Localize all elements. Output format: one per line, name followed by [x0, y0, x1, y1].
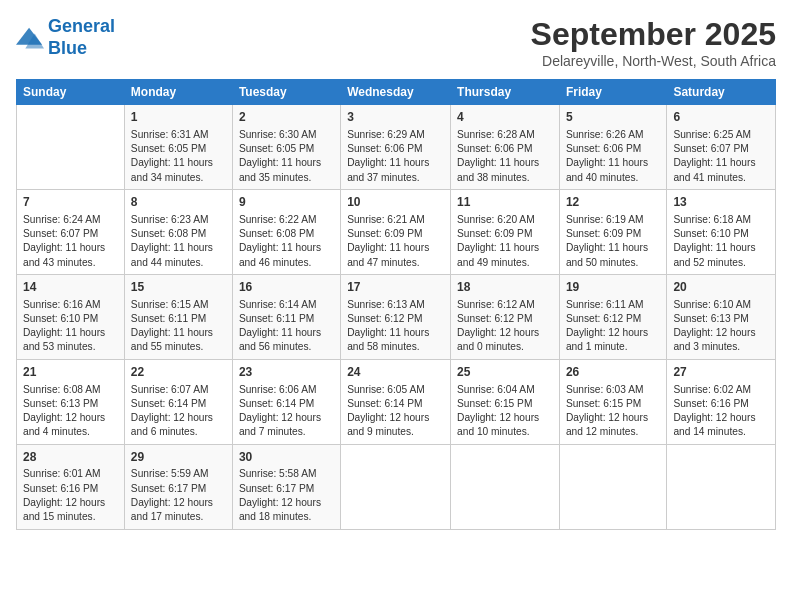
day-info: Sunrise: 6:16 AMSunset: 6:10 PMDaylight:… [23, 298, 118, 355]
day-info: Sunrise: 6:04 AMSunset: 6:15 PMDaylight:… [457, 383, 553, 440]
calendar-cell [667, 444, 776, 529]
column-header-wednesday: Wednesday [341, 80, 451, 105]
calendar-cell: 26Sunrise: 6:03 AMSunset: 6:15 PMDayligh… [559, 359, 667, 444]
week-row-4: 21Sunrise: 6:08 AMSunset: 6:13 PMDayligh… [17, 359, 776, 444]
day-info: Sunrise: 6:15 AMSunset: 6:11 PMDaylight:… [131, 298, 226, 355]
calendar-cell: 28Sunrise: 6:01 AMSunset: 6:16 PMDayligh… [17, 444, 125, 529]
day-info: Sunrise: 6:24 AMSunset: 6:07 PMDaylight:… [23, 213, 118, 270]
day-number: 9 [239, 194, 334, 211]
page-header: General Blue September 2025 Delareyville… [16, 16, 776, 69]
month-title: September 2025 [531, 16, 776, 53]
day-info: Sunrise: 6:03 AMSunset: 6:15 PMDaylight:… [566, 383, 661, 440]
day-number: 25 [457, 364, 553, 381]
day-number: 26 [566, 364, 661, 381]
calendar-cell: 23Sunrise: 6:06 AMSunset: 6:14 PMDayligh… [232, 359, 340, 444]
day-info: Sunrise: 6:22 AMSunset: 6:08 PMDaylight:… [239, 213, 334, 270]
calendar-cell: 8Sunrise: 6:23 AMSunset: 6:08 PMDaylight… [124, 189, 232, 274]
day-info: Sunrise: 6:25 AMSunset: 6:07 PMDaylight:… [673, 128, 769, 185]
day-number: 19 [566, 279, 661, 296]
day-number: 10 [347, 194, 444, 211]
calendar-cell: 11Sunrise: 6:20 AMSunset: 6:09 PMDayligh… [451, 189, 560, 274]
calendar-cell: 14Sunrise: 6:16 AMSunset: 6:10 PMDayligh… [17, 274, 125, 359]
day-number: 2 [239, 109, 334, 126]
calendar-cell: 20Sunrise: 6:10 AMSunset: 6:13 PMDayligh… [667, 274, 776, 359]
day-info: Sunrise: 6:23 AMSunset: 6:08 PMDaylight:… [131, 213, 226, 270]
day-info: Sunrise: 6:02 AMSunset: 6:16 PMDaylight:… [673, 383, 769, 440]
calendar-cell: 3Sunrise: 6:29 AMSunset: 6:06 PMDaylight… [341, 105, 451, 190]
calendar-cell: 17Sunrise: 6:13 AMSunset: 6:12 PMDayligh… [341, 274, 451, 359]
day-info: Sunrise: 6:29 AMSunset: 6:06 PMDaylight:… [347, 128, 444, 185]
day-info: Sunrise: 6:18 AMSunset: 6:10 PMDaylight:… [673, 213, 769, 270]
day-number: 18 [457, 279, 553, 296]
day-number: 30 [239, 449, 334, 466]
column-header-friday: Friday [559, 80, 667, 105]
calendar-cell: 12Sunrise: 6:19 AMSunset: 6:09 PMDayligh… [559, 189, 667, 274]
location-title: Delareyville, North-West, South Africa [531, 53, 776, 69]
day-info: Sunrise: 6:28 AMSunset: 6:06 PMDaylight:… [457, 128, 553, 185]
week-row-1: 1Sunrise: 6:31 AMSunset: 6:05 PMDaylight… [17, 105, 776, 190]
day-number: 6 [673, 109, 769, 126]
calendar-cell: 4Sunrise: 6:28 AMSunset: 6:06 PMDaylight… [451, 105, 560, 190]
day-number: 15 [131, 279, 226, 296]
day-info: Sunrise: 6:01 AMSunset: 6:16 PMDaylight:… [23, 467, 118, 524]
day-info: Sunrise: 6:20 AMSunset: 6:09 PMDaylight:… [457, 213, 553, 270]
day-info: Sunrise: 6:05 AMSunset: 6:14 PMDaylight:… [347, 383, 444, 440]
day-number: 5 [566, 109, 661, 126]
calendar-cell: 22Sunrise: 6:07 AMSunset: 6:14 PMDayligh… [124, 359, 232, 444]
calendar-cell: 21Sunrise: 6:08 AMSunset: 6:13 PMDayligh… [17, 359, 125, 444]
day-info: Sunrise: 6:13 AMSunset: 6:12 PMDaylight:… [347, 298, 444, 355]
day-number: 8 [131, 194, 226, 211]
calendar-cell [17, 105, 125, 190]
calendar-cell: 16Sunrise: 6:14 AMSunset: 6:11 PMDayligh… [232, 274, 340, 359]
day-info: Sunrise: 6:14 AMSunset: 6:11 PMDaylight:… [239, 298, 334, 355]
calendar-cell: 18Sunrise: 6:12 AMSunset: 6:12 PMDayligh… [451, 274, 560, 359]
day-info: Sunrise: 6:07 AMSunset: 6:14 PMDaylight:… [131, 383, 226, 440]
day-info: Sunrise: 6:08 AMSunset: 6:13 PMDaylight:… [23, 383, 118, 440]
calendar-cell [341, 444, 451, 529]
calendar-cell: 15Sunrise: 6:15 AMSunset: 6:11 PMDayligh… [124, 274, 232, 359]
day-info: Sunrise: 6:26 AMSunset: 6:06 PMDaylight:… [566, 128, 661, 185]
calendar-cell: 30Sunrise: 5:58 AMSunset: 6:17 PMDayligh… [232, 444, 340, 529]
day-info: Sunrise: 5:59 AMSunset: 6:17 PMDaylight:… [131, 467, 226, 524]
day-info: Sunrise: 6:31 AMSunset: 6:05 PMDaylight:… [131, 128, 226, 185]
day-number: 24 [347, 364, 444, 381]
day-number: 23 [239, 364, 334, 381]
column-header-monday: Monday [124, 80, 232, 105]
day-info: Sunrise: 6:06 AMSunset: 6:14 PMDaylight:… [239, 383, 334, 440]
day-info: Sunrise: 6:30 AMSunset: 6:05 PMDaylight:… [239, 128, 334, 185]
day-info: Sunrise: 6:12 AMSunset: 6:12 PMDaylight:… [457, 298, 553, 355]
column-header-sunday: Sunday [17, 80, 125, 105]
day-number: 14 [23, 279, 118, 296]
logo: General Blue [16, 16, 115, 59]
calendar-cell: 24Sunrise: 6:05 AMSunset: 6:14 PMDayligh… [341, 359, 451, 444]
calendar-cell: 9Sunrise: 6:22 AMSunset: 6:08 PMDaylight… [232, 189, 340, 274]
day-number: 22 [131, 364, 226, 381]
calendar-cell: 25Sunrise: 6:04 AMSunset: 6:15 PMDayligh… [451, 359, 560, 444]
calendar-cell: 29Sunrise: 5:59 AMSunset: 6:17 PMDayligh… [124, 444, 232, 529]
calendar-cell: 7Sunrise: 6:24 AMSunset: 6:07 PMDaylight… [17, 189, 125, 274]
day-number: 21 [23, 364, 118, 381]
calendar-cell [559, 444, 667, 529]
day-info: Sunrise: 6:11 AMSunset: 6:12 PMDaylight:… [566, 298, 661, 355]
calendar-cell: 19Sunrise: 6:11 AMSunset: 6:12 PMDayligh… [559, 274, 667, 359]
day-number: 20 [673, 279, 769, 296]
calendar-cell: 6Sunrise: 6:25 AMSunset: 6:07 PMDaylight… [667, 105, 776, 190]
day-number: 12 [566, 194, 661, 211]
day-number: 11 [457, 194, 553, 211]
day-info: Sunrise: 6:21 AMSunset: 6:09 PMDaylight:… [347, 213, 444, 270]
title-block: September 2025 Delareyville, North-West,… [531, 16, 776, 69]
day-number: 28 [23, 449, 118, 466]
header-row: SundayMondayTuesdayWednesdayThursdayFrid… [17, 80, 776, 105]
day-info: Sunrise: 6:19 AMSunset: 6:09 PMDaylight:… [566, 213, 661, 270]
day-number: 13 [673, 194, 769, 211]
day-number: 4 [457, 109, 553, 126]
day-number: 16 [239, 279, 334, 296]
day-number: 27 [673, 364, 769, 381]
column-header-thursday: Thursday [451, 80, 560, 105]
calendar-cell: 13Sunrise: 6:18 AMSunset: 6:10 PMDayligh… [667, 189, 776, 274]
day-info: Sunrise: 5:58 AMSunset: 6:17 PMDaylight:… [239, 467, 334, 524]
column-header-saturday: Saturday [667, 80, 776, 105]
calendar-cell: 1Sunrise: 6:31 AMSunset: 6:05 PMDaylight… [124, 105, 232, 190]
calendar-cell: 5Sunrise: 6:26 AMSunset: 6:06 PMDaylight… [559, 105, 667, 190]
calendar-cell: 2Sunrise: 6:30 AMSunset: 6:05 PMDaylight… [232, 105, 340, 190]
